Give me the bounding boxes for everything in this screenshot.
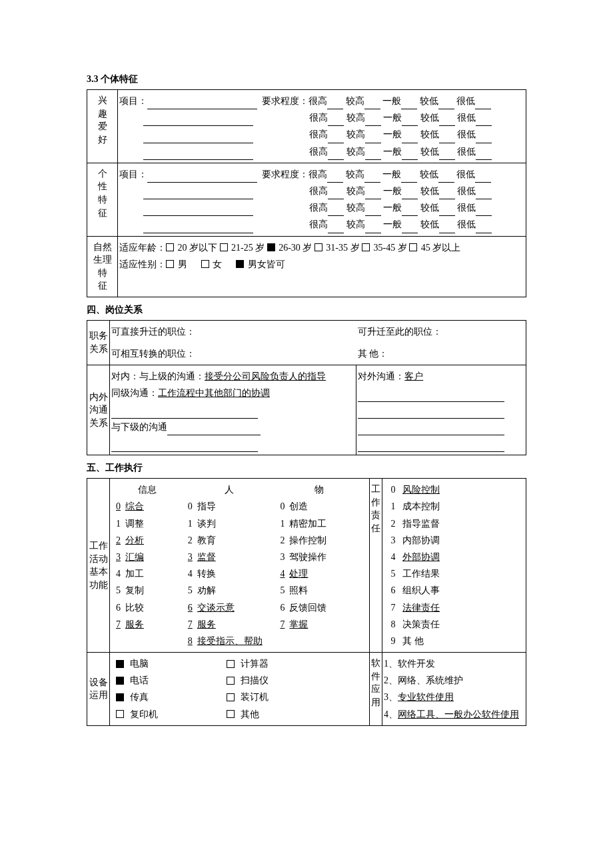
checkbox-icon[interactable]	[220, 243, 228, 251]
level-blank[interactable]	[328, 149, 344, 160]
checkbox-icon[interactable]	[201, 260, 209, 268]
age-option: 21-25 岁	[231, 243, 265, 253]
level-blank[interactable]	[327, 98, 343, 109]
level-option: 一般	[383, 129, 402, 139]
level-blank[interactable]	[365, 132, 381, 143]
external-comm-cell: 对外沟通：客户	[356, 365, 526, 455]
level-option: 一般	[383, 186, 402, 196]
level-blank[interactable]	[365, 205, 381, 217]
sw-item: 4、网络工具、一般办公软件使用	[384, 706, 524, 723]
level-blank[interactable]	[439, 222, 455, 233]
project-input[interactable]	[143, 222, 253, 233]
level-option: 较低	[420, 219, 439, 229]
level-blank[interactable]	[328, 222, 344, 233]
checkbox-icon[interactable]	[409, 243, 417, 251]
level-option: 很高	[309, 186, 328, 196]
checkbox-icon[interactable]	[116, 677, 124, 685]
level-option: 较高	[346, 169, 364, 179]
level-blank[interactable]	[439, 115, 455, 127]
func-item: 2 操作控制	[275, 532, 362, 549]
level-blank[interactable]	[439, 188, 455, 199]
project-input[interactable]	[143, 115, 253, 127]
blank-line[interactable]	[358, 424, 504, 435]
checkbox-icon[interactable]	[166, 243, 174, 251]
level-blank[interactable]	[402, 188, 418, 199]
blank-line[interactable]	[358, 391, 504, 402]
level-blank[interactable]	[439, 132, 455, 143]
level-blank[interactable]	[365, 188, 381, 199]
func-column: 信息 0 综合 1 调整 2 分析 3 汇编 4 加工 5 复制 6 比较 7 …	[111, 481, 183, 633]
level-option: 很高	[309, 219, 328, 229]
checkbox-icon[interactable]	[227, 660, 235, 668]
project-input[interactable]	[143, 205, 253, 217]
level-blank[interactable]	[402, 132, 418, 143]
level-blank[interactable]	[365, 115, 381, 127]
project-input[interactable]	[147, 98, 257, 109]
checkbox-icon[interactable]	[116, 693, 124, 701]
blank-line[interactable]	[358, 441, 504, 452]
level-blank[interactable]	[328, 132, 344, 143]
blank-line[interactable]	[111, 441, 258, 452]
level-option: 较高	[346, 203, 365, 213]
table-33: 兴趣爱好 项目： 要求程度：很高 较高 一般 较低 很低很高 较高 一般 较低 …	[87, 89, 526, 297]
level-blank[interactable]	[402, 222, 418, 233]
level-option: 很低	[457, 186, 476, 196]
level-blank[interactable]	[476, 149, 492, 160]
project-input[interactable]	[143, 132, 253, 143]
level-blank[interactable]	[476, 132, 492, 143]
level-option: 一般	[383, 147, 402, 157]
blank-line[interactable]	[111, 407, 258, 419]
checkbox-icon[interactable]	[166, 260, 174, 268]
level-blank[interactable]	[439, 149, 455, 160]
project-input[interactable]	[143, 149, 253, 160]
level-blank[interactable]	[438, 98, 454, 109]
blank-line[interactable]	[358, 407, 504, 419]
resp-item: 7 法律责任	[384, 599, 524, 616]
project-input[interactable]	[147, 171, 257, 183]
checkbox-icon[interactable]	[227, 710, 235, 718]
equip-item: 其他	[241, 709, 259, 719]
level-blank[interactable]	[327, 171, 343, 183]
other-cell: 其 他：	[356, 343, 526, 365]
level-blank[interactable]	[476, 222, 492, 233]
level-blank[interactable]	[475, 98, 491, 109]
level-blank[interactable]	[402, 115, 418, 127]
blank-line[interactable]	[167, 424, 261, 435]
level-blank[interactable]	[401, 98, 417, 109]
direct-promo-cell: 可直接升迁的职位：	[110, 320, 356, 343]
func-content: 信息 0 综合 1 调整 2 分析 3 汇编 4 加工 5 复制 6 比较 7 …	[110, 479, 370, 653]
level-blank[interactable]	[439, 205, 455, 217]
level-blank[interactable]	[328, 115, 344, 127]
sex-option: 男女皆可	[248, 259, 285, 269]
level-blank[interactable]	[328, 188, 344, 199]
level-blank[interactable]	[401, 171, 417, 183]
level-blank[interactable]	[402, 149, 418, 160]
require-label: 要求程度：	[262, 96, 308, 106]
level-blank[interactable]	[364, 171, 380, 183]
level-blank[interactable]	[402, 205, 418, 217]
level-blank[interactable]	[438, 171, 454, 183]
checkbox-icon[interactable]	[236, 260, 244, 268]
checkbox-icon[interactable]	[227, 677, 235, 685]
internal-junior: 与下级的沟通	[111, 422, 167, 432]
level-blank[interactable]	[476, 188, 492, 199]
table-5: 工作活动基本功能 信息 0 综合 1 调整 2 分析 3 汇编 4 加工 5 复…	[87, 478, 526, 726]
equip-label: 设备运用	[87, 653, 110, 726]
sw-content: 1、软件开发2、网络、系统维护3、专业软件使用4、网络工具、一般办公软件使用	[382, 653, 526, 726]
level-blank[interactable]	[364, 98, 380, 109]
checkbox-icon[interactable]	[314, 243, 322, 251]
project-input[interactable]	[143, 188, 253, 199]
level-blank[interactable]	[476, 205, 492, 217]
checkbox-icon[interactable]	[267, 243, 275, 251]
level-option: 很高	[309, 129, 328, 139]
level-blank[interactable]	[365, 222, 381, 233]
checkbox-icon[interactable]	[227, 693, 235, 701]
checkbox-icon[interactable]	[116, 710, 124, 718]
level-blank[interactable]	[476, 115, 492, 127]
checkbox-icon[interactable]	[116, 660, 124, 668]
checkbox-icon[interactable]	[362, 243, 370, 251]
level-option: 很高	[308, 96, 327, 106]
level-blank[interactable]	[475, 171, 491, 183]
level-blank[interactable]	[365, 149, 381, 160]
level-blank[interactable]	[328, 205, 344, 217]
